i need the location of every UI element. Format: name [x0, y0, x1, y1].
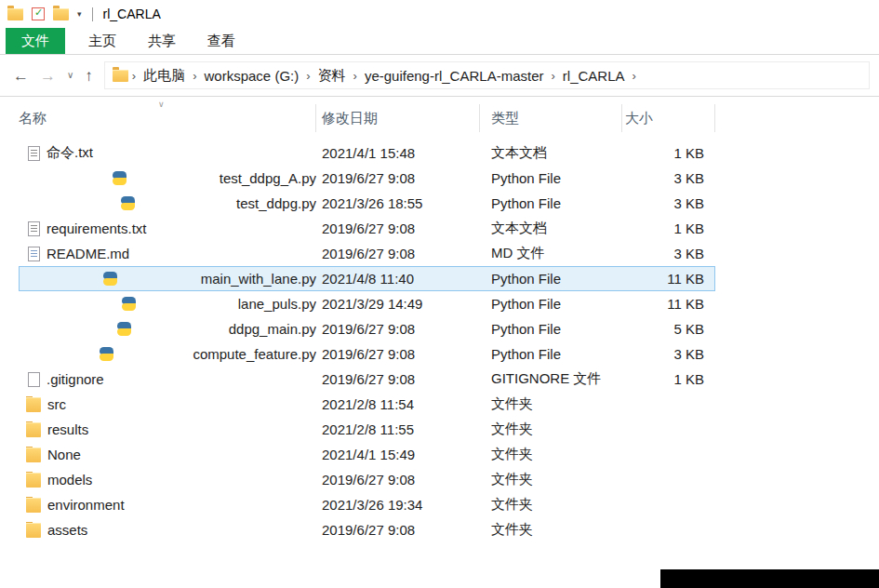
file-row[interactable]: ddpg_main.py 2019/6/27 9:08 Python File …: [19, 316, 715, 341]
file-type: 文件夹: [480, 395, 622, 413]
breadcrumb-separator-icon[interactable]: ›: [191, 69, 198, 83]
recent-locations-dropdown-icon[interactable]: ∨: [67, 71, 73, 80]
file-name: requirements.txt: [47, 220, 147, 236]
tab-view[interactable]: 查看: [192, 28, 251, 54]
file-row[interactable]: test_ddpg.py 2021/3/26 18:55 Python File…: [19, 191, 715, 216]
file-type: 文件夹: [480, 421, 622, 438]
file-row[interactable]: .gitignore 2019/6/27 9:08 GITIGNORE 文件 1…: [19, 367, 715, 392]
file-name-cell: src: [19, 396, 316, 412]
titlebar: ✓ ▾ rl_CARLA: [0, 0, 879, 28]
file-name-cell: environment: [19, 497, 316, 513]
file-name: compute_feature.py: [193, 346, 316, 362]
file-row[interactable]: compute_feature.py 2019/6/27 9:08 Python…: [19, 341, 715, 367]
file-type: Python File: [480, 346, 622, 362]
file-icon: [26, 422, 41, 437]
file-date-modified: 2019/6/27 9:08: [316, 170, 480, 186]
file-name: ddpg_main.py: [229, 321, 316, 337]
quick-access-check-icon[interactable]: ✓: [32, 7, 45, 20]
file-name: .gitignore: [47, 371, 104, 387]
file-row[interactable]: src 2021/2/8 11:54 文件夹: [19, 392, 715, 417]
file-name-cell: README.md: [19, 246, 316, 261]
breadcrumb-separator-icon[interactable]: ›: [549, 69, 556, 83]
file-icon: [117, 322, 131, 336]
file-name-cell: assets: [19, 522, 316, 538]
file-name-cell: test_ddpg.py: [19, 195, 316, 211]
tab-share[interactable]: 共享: [132, 28, 192, 54]
column-headers: ∨ 名称 修改日期 类型 大小: [19, 104, 879, 132]
file-type: Python File: [480, 195, 622, 211]
file-row[interactable]: None 2021/4/1 15:49 文件夹: [19, 442, 715, 467]
file-row[interactable]: lane_puls.py 2021/3/29 14:49 Python File…: [19, 291, 715, 316]
file-row[interactable]: test_ddpg_A.py 2019/6/27 9:08 Python Fil…: [19, 166, 715, 191]
file-row[interactable]: models 2019/6/27 9:08 文件夹: [19, 467, 715, 492]
file-size: 1 KB: [622, 145, 715, 161]
breadcrumb-item[interactable]: 此电脑: [138, 67, 191, 85]
file-type: Python File: [480, 271, 622, 287]
file-name: results: [47, 421, 88, 437]
file-name-cell: main_with_lane.py: [19, 271, 316, 287]
quick-access-toolbar-dropdown-icon[interactable]: ▾: [77, 10, 82, 19]
forward-button[interactable]: →: [40, 68, 56, 84]
file-type: GITIGNORE 文件: [480, 370, 622, 388]
breadcrumb-separator-icon[interactable]: ›: [352, 69, 359, 83]
breadcrumb-item[interactable]: workspace (G:): [199, 68, 305, 84]
file-date-modified: 2021/2/8 11:55: [316, 421, 480, 437]
file-list-area: ∨ 名称 修改日期 类型 大小 命令.txt 2021/4/1 15:48 文本…: [0, 97, 879, 542]
file-name-cell: compute_feature.py: [19, 346, 316, 362]
file-name: test_ddpg_A.py: [220, 170, 316, 186]
breadcrumb-item[interactable]: 资料: [313, 67, 352, 85]
file-name-cell: .gitignore: [19, 371, 316, 387]
file-name-cell: lane_puls.py: [19, 296, 316, 312]
file-date-modified: 2021/3/29 14:49: [316, 296, 480, 312]
file-icon: [26, 498, 41, 513]
file-row[interactable]: README.md 2019/6/27 9:08 MD 文件 3 KB: [19, 241, 715, 266]
column-header-type[interactable]: 类型: [480, 104, 622, 132]
file-name-cell: requirements.txt: [19, 220, 316, 236]
file-type: 文本文档: [480, 220, 622, 237]
file-name: test_ddpg.py: [236, 195, 316, 211]
file-type: 文件夹: [480, 496, 622, 514]
file-name: README.md: [47, 246, 129, 261]
file-size: 11 KB: [622, 271, 715, 287]
file-date-modified: 2021/3/26 18:55: [316, 195, 480, 211]
file-date-modified: 2019/6/27 9:08: [316, 371, 480, 387]
file-row[interactable]: environment 2021/3/26 19:34 文件夹: [19, 492, 715, 517]
breadcrumb-separator-icon[interactable]: ›: [304, 69, 312, 83]
black-overlay: [660, 569, 879, 588]
file-row[interactable]: main_with_lane.py 2021/4/8 11:40 Python …: [19, 266, 715, 291]
file-date-modified: 2021/4/1 15:49: [316, 447, 480, 462]
file-icon: [28, 247, 40, 261]
up-button[interactable]: ↑: [85, 68, 93, 84]
back-button[interactable]: ←: [13, 68, 29, 84]
titlebar-separator: [92, 7, 93, 21]
window-title: rl_CARLA: [103, 7, 161, 21]
file-type: Python File: [480, 321, 622, 337]
file-type: MD 文件: [480, 245, 622, 262]
column-header-size[interactable]: 大小: [622, 104, 715, 132]
quick-access-folder-icon[interactable]: [53, 8, 69, 20]
file-icon: [122, 297, 136, 311]
tab-home[interactable]: 主页: [73, 28, 132, 54]
file-icon: [100, 347, 113, 361]
file-icon: [26, 473, 41, 488]
breadcrumb-separator-icon[interactable]: ›: [631, 69, 638, 83]
breadcrumb-item[interactable]: rl_CARLA: [557, 68, 631, 84]
column-header-date[interactable]: 修改日期: [316, 104, 480, 132]
sort-order-icon: ∨: [158, 100, 165, 109]
file-type: 文件夹: [480, 471, 622, 488]
file-name: src: [47, 396, 66, 412]
tab-file[interactable]: 文件: [6, 28, 65, 54]
file-icon: [26, 448, 41, 462]
breadcrumb-item[interactable]: ye-guifeng-rl_CARLA-master: [359, 68, 550, 84]
file-row[interactable]: assets 2019/6/27 9:08 文件夹: [19, 517, 715, 542]
column-header-name[interactable]: ∨ 名称: [19, 104, 316, 132]
file-icon: [28, 372, 40, 387]
file-size: 1 KB: [622, 371, 715, 387]
file-row[interactable]: 命令.txt 2021/4/1 15:48 文本文档 1 KB: [19, 140, 715, 166]
file-row[interactable]: results 2021/2/8 11:55 文件夹: [19, 417, 715, 442]
breadcrumb-separator-icon[interactable]: ›: [130, 69, 138, 83]
file-size: 3 KB: [622, 346, 715, 362]
address-bar[interactable]: ›此电脑›workspace (G:)›资料›ye-guifeng-rl_CAR…: [104, 61, 870, 89]
file-row[interactable]: requirements.txt 2019/6/27 9:08 文本文档 1 K…: [19, 216, 715, 241]
file-name-cell: results: [19, 421, 316, 437]
